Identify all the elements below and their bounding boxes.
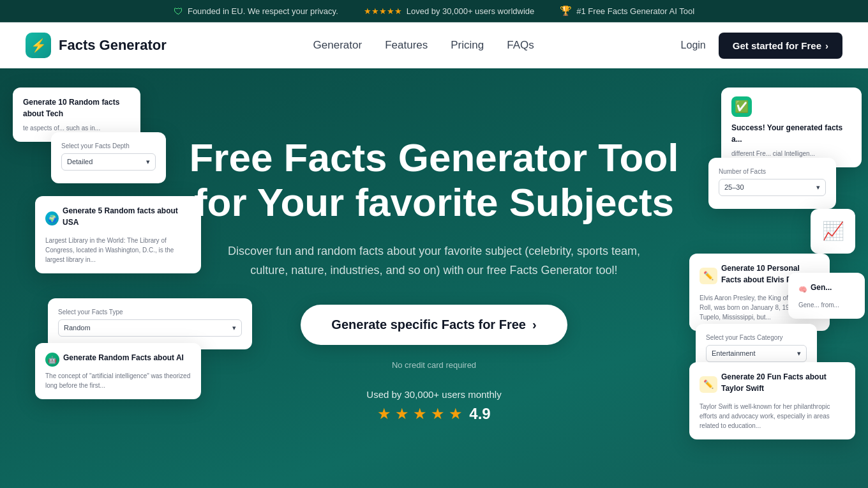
nav-faqs[interactable]: FAQs bbox=[507, 39, 534, 52]
chevron-down-icon-4: ▾ bbox=[797, 348, 801, 359]
hero-cta-arrow: › bbox=[532, 317, 537, 332]
card-trend: 📈 bbox=[811, 209, 855, 254]
card-success-text: different Fre... cial Intelligen... bbox=[731, 149, 851, 158]
nav-pricing[interactable]: Pricing bbox=[451, 39, 484, 52]
no-credit-text: No credit card required bbox=[189, 360, 678, 370]
card-ai-text: The concept of "artificial intelligence"… bbox=[45, 371, 191, 390]
logo-bolt-icon: ⚡ bbox=[31, 38, 47, 53]
card-usa-text: Largest Library in the World: The Librar… bbox=[45, 236, 191, 264]
card-usa-title: Generate 5 Random facts about USA bbox=[63, 205, 191, 228]
top-banner: 🛡 Founded in EU. We respect your privacy… bbox=[0, 0, 868, 22]
logo-text: Facts Generator bbox=[59, 37, 167, 54]
rating-row: ★ ★ ★ ★ ★ 4.9 bbox=[189, 405, 678, 423]
star-1: ★ bbox=[377, 405, 391, 423]
card-gen-right-title: Gen... bbox=[811, 282, 832, 293]
ai-icon: 🤖 bbox=[45, 353, 59, 367]
banner-rank-text: #1 Free Facts Generator AI Tool bbox=[576, 6, 694, 16]
nav-links: Generator Features Pricing FAQs bbox=[313, 39, 534, 52]
nav-generator[interactable]: Generator bbox=[313, 39, 363, 52]
banner-loved-text: Loved by 30,000+ users worldwide bbox=[407, 6, 535, 16]
banner-privacy: 🛡 Founded in EU. We respect your privacy… bbox=[174, 6, 338, 17]
card-success-title: Success! Your generated facts a... bbox=[731, 122, 851, 145]
card-depth-label: Select your Facts Depth bbox=[61, 141, 156, 151]
card-elvis: ✏️ Generate 10 Personal Facts about Elvi… bbox=[689, 254, 830, 331]
card-elvis-text: Elvis Aaron Presley, the King of Rock an… bbox=[700, 293, 819, 322]
checkmark-icon: ✅ bbox=[731, 96, 752, 117]
banner-privacy-text: Founded in EU. We respect your privacy. bbox=[188, 6, 338, 16]
star-4: ★ bbox=[431, 405, 445, 423]
navbar: ⚡ Facts Generator Generator Features Pri… bbox=[0, 22, 868, 68]
card-gen-right-text: Gene... from... bbox=[798, 300, 855, 310]
logo-area: ⚡ Facts Generator bbox=[26, 33, 167, 58]
card-elvis-title: Generate 10 Personal Facts about Elvis P… bbox=[721, 263, 819, 286]
nav-right: Login Get started for Free › bbox=[681, 33, 842, 59]
hero-subtitle: Discover fun and random facts about your… bbox=[217, 242, 651, 280]
hero-content: Free Facts Generator Tool for Your favor… bbox=[189, 135, 678, 422]
logo-icon: ⚡ bbox=[26, 33, 51, 58]
card-taylor-text: Taylor Swift is well-known for her phila… bbox=[700, 402, 845, 431]
trend-icon: 📈 bbox=[822, 218, 844, 245]
hero-title: Free Facts Generator Tool for Your favor… bbox=[189, 135, 678, 224]
nav-features[interactable]: Features bbox=[385, 39, 428, 52]
get-started-arrow: › bbox=[825, 40, 828, 51]
hero-cta-button[interactable]: Generate specific Facts for Free › bbox=[301, 305, 567, 345]
hero-title-line1: Free Facts Generator Tool bbox=[189, 135, 678, 179]
hero-cta-label: Generate specific Facts for Free bbox=[331, 317, 526, 332]
get-started-button[interactable]: Get started for Free › bbox=[719, 33, 842, 59]
card-category-select: Entertainment ▾ bbox=[706, 345, 807, 362]
card-taylor: ✏️ Generate 20 Fun Facts about Taylor Sw… bbox=[689, 362, 855, 439]
card-ai: 🤖 Generate Random Facts about AI The con… bbox=[35, 343, 201, 399]
hero-title-line2: for Your favorite Subjects bbox=[189, 180, 678, 224]
brain-icon: 🧠 bbox=[798, 284, 807, 295]
card-ai-title: Generate Random Facts about AI bbox=[63, 352, 184, 363]
card-gen-right: 🧠 Gen... Gene... from... bbox=[788, 273, 865, 319]
taylor-icon: ✏️ bbox=[700, 376, 717, 393]
card-category: Select your Facts Category Entertainment… bbox=[696, 324, 817, 375]
card-category-label: Select your Facts Category bbox=[706, 333, 807, 342]
card-tech-text: te aspects of... such as in... bbox=[23, 123, 130, 133]
card-number-label: Number of Facts bbox=[719, 167, 826, 176]
shield-icon: 🛡 bbox=[174, 6, 183, 17]
usa-icon: 🌍 bbox=[45, 211, 59, 225]
stars-icon: ★★★★★ bbox=[364, 6, 402, 16]
banner-rank: 🏆 #1 Free Facts Generator AI Tool bbox=[560, 5, 694, 17]
get-started-label: Get started for Free bbox=[733, 40, 821, 51]
star-2: ★ bbox=[395, 405, 409, 423]
trophy-icon: 🏆 bbox=[560, 5, 572, 17]
login-button[interactable]: Login bbox=[681, 40, 706, 51]
banner-loved: ★★★★★ Loved by 30,000+ users worldwide bbox=[364, 6, 535, 16]
card-depth: Select your Facts Depth Detailed ▾ bbox=[51, 132, 166, 183]
card-number: Number of Facts 25–30 ▾ bbox=[708, 158, 836, 209]
star-5: ★ bbox=[449, 405, 463, 423]
card-number-select: 25–30 ▾ bbox=[719, 179, 826, 196]
hero-section: Generate 10 Random facts about Tech te a… bbox=[0, 68, 868, 488]
rating-number: 4.9 bbox=[469, 405, 490, 423]
chevron-down-icon-3: ▾ bbox=[816, 182, 820, 193]
card-usa: 🌍 Generate 5 Random facts about USA Larg… bbox=[35, 196, 201, 273]
card-tech: Generate 10 Random facts about Tech te a… bbox=[13, 88, 140, 142]
card-success: ✅ Success! Your generated facts a... dif… bbox=[721, 88, 862, 167]
card-taylor-title: Generate 20 Fun Facts about Taylor Swift bbox=[721, 371, 845, 394]
chevron-down-icon: ▾ bbox=[146, 156, 150, 167]
used-by-text: Used by 30,000+ users monthly bbox=[189, 389, 678, 400]
card-tech-title: Generate 10 Random facts about Tech bbox=[23, 96, 130, 119]
star-3: ★ bbox=[413, 405, 427, 423]
card-depth-select: Detailed ▾ bbox=[61, 153, 156, 171]
elvis-icon: ✏️ bbox=[700, 268, 717, 284]
